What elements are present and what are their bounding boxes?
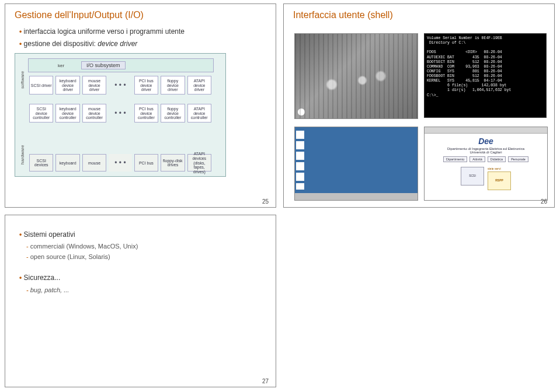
bullets: interfaccia logica uniforme verso i prog… — [5, 24, 276, 50]
bullet-security: Sicurezza... — [19, 272, 265, 284]
label-software: software — [20, 71, 25, 89]
row-devices: SCSI devices keyboard mouse • • • PCI bu… — [28, 153, 213, 173]
nav-links: Dipartimento Attività Didattica Personal… — [443, 156, 528, 162]
info-boxes: SCSI siete servi RSPP — [461, 167, 511, 190]
bullet-2: gestione dei dispositivi: device driver — [19, 38, 265, 50]
row-controllers: SCSI device controller keyboard device c… — [28, 103, 213, 124]
page-number: 27 — [262, 378, 269, 384]
page-number: 25 — [262, 198, 269, 205]
slide-27: Sistemi operativi commerciali (Windows, … — [5, 215, 276, 387]
magnifier-icon — [297, 108, 305, 116]
sub-opensource: open source (Linux, Solaris) — [19, 252, 265, 262]
bullet-os: Sistemi operativi — [19, 229, 265, 240]
label-hardware: hardware — [20, 145, 25, 164]
image-dos-shell: Volume Serial Number is 0E4F-19EB Direct… — [424, 33, 547, 118]
image-mainframe-photo — [294, 33, 418, 119]
page-number: 26 — [541, 198, 547, 205]
bullets: Sistemi operativi commerciali (Windows, … — [5, 215, 276, 295]
slide-title: Interfaccia utente (shell) — [284, 4, 554, 24]
sub-bugpatch: bug, patch, ... — [19, 285, 265, 296]
site-logo: Dee — [478, 136, 493, 146]
row-drivers: SCSI driver keyboard device driver mouse… — [28, 75, 213, 96]
bullet-1: interfaccia logica uniforme verso i prog… — [19, 26, 265, 37]
io-subsystem-row: ker I/O subsystem — [28, 58, 214, 72]
io-diagram: software hardware ker I/O subsystem SCSI… — [15, 53, 226, 177]
slide-25: Gestione dell'Input/Output (I/O) interfa… — [5, 4, 276, 208]
image-browser-window: Dee Dipartimento di Ingegneria Elettrica… — [424, 127, 548, 201]
slide-title: Gestione dell'Input/Output (I/O) — [5, 4, 276, 24]
slide-26: Interfaccia utente (shell) Volume Serial… — [283, 4, 555, 208]
image-windows-desktop — [294, 127, 418, 201]
sub-commercial: commerciali (Windows, MacOS, Unix) — [19, 242, 265, 252]
site-subtitle-2: Università di Cagliari — [469, 150, 502, 154]
